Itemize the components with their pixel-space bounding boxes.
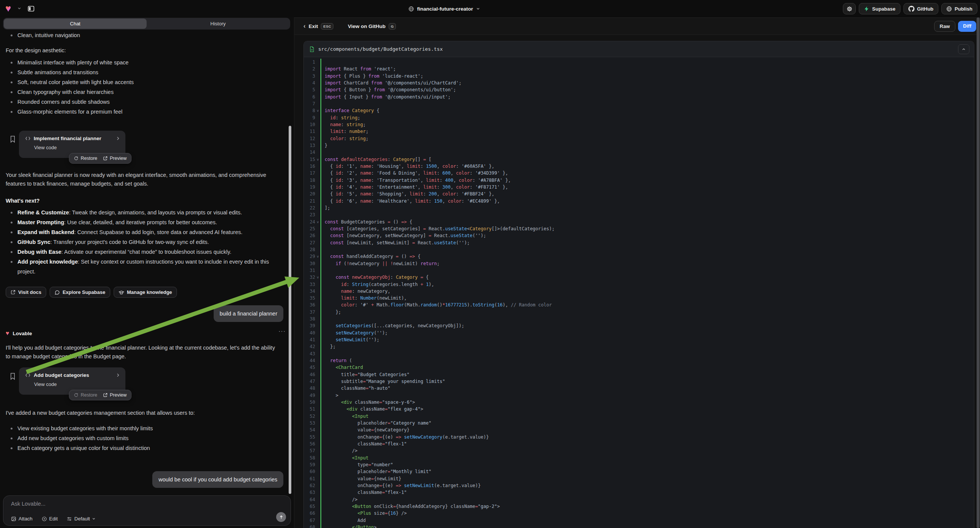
view-on-github-button[interactable]: View on GitHub G [348, 23, 396, 30]
sliders-icon [67, 516, 72, 522]
list-item: Clean, intuitive navigation [6, 30, 280, 40]
code-line: 30 if (!newCategory || !newLimit) return… [304, 260, 974, 267]
manage-knowledge-button[interactable]: Manage knowledge [114, 287, 177, 298]
code-line: 41 setNewLimit(''); [304, 336, 974, 343]
page-scrollbar[interactable] [977, 17, 980, 528]
user-message: would be cool if you could add budget ca… [152, 471, 283, 488]
circle-dot-icon [42, 516, 47, 522]
model-selector[interactable]: Default [67, 516, 95, 522]
code-line: 45 <ChartCard [304, 364, 974, 371]
restore-button[interactable]: Restore [74, 393, 97, 398]
version-card-title: Add budget categories [34, 372, 89, 378]
user-message: build a financial planner [214, 305, 283, 322]
list-item: Soft, neutral color palette with light b… [6, 77, 280, 87]
esc-key-badge: ESC [321, 23, 333, 30]
chat-composer[interactable]: Ask Lovable... Attach Edit Default [3, 495, 291, 526]
restore-icon [74, 393, 78, 397]
view-code-link[interactable]: View code [34, 145, 120, 150]
edit-mode-button[interactable]: Edit [42, 516, 57, 522]
code-line: 47 subtitle="Manage your spending limits… [304, 378, 974, 385]
publish-globe-icon [946, 6, 952, 12]
code-line: 16 { id: '1', name: 'Housing', limit: 15… [304, 163, 974, 170]
code-brackets-icon [25, 373, 31, 378]
list-item: Subtle animations and transitions [6, 67, 280, 77]
graduation-cap-icon [119, 290, 124, 295]
code-line: 6import { Input } from '@/components/ui/… [304, 94, 974, 100]
list-item: GitHub Sync: Transfer your project's cod… [6, 237, 280, 247]
restore-button[interactable]: Restore [74, 156, 97, 161]
explore-supabase-button[interactable]: Explore Supabase [49, 287, 110, 298]
view-code-link[interactable]: View code [34, 382, 120, 387]
project-name: financial-future-creator [417, 6, 473, 12]
github-icon [908, 6, 915, 12]
lovable-heart-icon: ♥ [6, 330, 10, 336]
code-line: 8vinterface Category { [304, 107, 974, 114]
supabase-button[interactable]: Supabase [859, 3, 900, 14]
send-button[interactable] [276, 512, 286, 522]
chevron-down-icon [92, 517, 95, 520]
assistant-paragraph: I've added a new budget categories manag… [6, 409, 280, 417]
assistant-header: ♥ Lovable [6, 330, 32, 336]
list-item: Debug with Ease: Activate our experiment… [6, 247, 280, 257]
code-line: 4import ChartCard from '@/components/ui/… [304, 80, 974, 86]
chat-panel: Chat History Clean, intuitive navigation… [0, 0, 294, 528]
project-selector[interactable]: financial-future-creator [408, 0, 480, 17]
code-line: 33 id: String(categories.length + 1), [304, 281, 974, 288]
code-line: 55 onChange={(e) => setNewCategory(e.tar… [304, 434, 974, 441]
code-line: 60 placeholder="Monthly limit" [304, 468, 974, 475]
code-line: 54 value={newCategory} [304, 426, 974, 433]
attach-button[interactable]: Attach [11, 516, 33, 522]
file-bar[interactable]: src/components/budget/BudgetCategories.t… [304, 41, 974, 57]
image-icon [11, 516, 16, 522]
exit-button[interactable]: ‹ Exit ESC [304, 23, 333, 30]
supabase-icon [864, 6, 869, 12]
visit-docs-button[interactable]: Visit docs [6, 287, 46, 298]
toggle-sidebar-button[interactable] [25, 3, 37, 15]
file-path: src/components/budget/BudgetCategories.t… [318, 46, 443, 52]
code-line: 44 return ( [304, 357, 974, 364]
code-line: 64 /> [304, 496, 974, 503]
list-item: Minimalist interface with plenty of whit… [6, 57, 280, 67]
top-bar: ♥ financial-future-creator Supabase GitH… [0, 0, 980, 17]
settings-button[interactable] [843, 3, 856, 14]
code-line: 1 [304, 59, 974, 65]
code-line: 35 limit: Number(newLimit), [304, 295, 974, 302]
code-line: 52 <Input [304, 413, 974, 420]
raw-toggle-button[interactable]: Raw [934, 21, 956, 32]
publish-button[interactable]: Publish [941, 3, 977, 14]
list-item: Master Prompting: Use clear, detailed, a… [6, 218, 280, 227]
bookmark-icon[interactable] [10, 373, 16, 380]
code-line: 66 <Plus size={16} /> [304, 510, 974, 517]
assistant-paragraph: I'll help you add budget categories to t… [6, 344, 280, 361]
design-bullet-list: Minimalist interface with plenty of whit… [6, 57, 280, 117]
list-item: Expand with Backend: Connect Supabase to… [6, 227, 280, 237]
lovable-logo-icon[interactable]: ♥ [5, 3, 11, 14]
chevron-down-icon [476, 7, 480, 11]
code-line: 20 { id: '5', name: 'Shopping', limit: 2… [304, 191, 974, 197]
code-header: ‹ Exit ESC View on GitHub G Raw Diff [294, 17, 980, 35]
preview-button[interactable]: Preview [103, 156, 127, 161]
code-line: 32v const newCategoryObj: Category = { [304, 274, 974, 281]
added-bullet-list: View existing budget categories with the… [6, 423, 280, 453]
code-line: 25 const [categories, setCategories] = R… [304, 225, 974, 232]
preview-button[interactable]: Preview [103, 393, 127, 398]
code-line: 40 setNewCategory(''); [304, 329, 974, 336]
bookmark-icon[interactable] [10, 135, 16, 143]
code-line: 31 [304, 267, 974, 274]
collapse-file-button[interactable] [958, 44, 969, 54]
code-editor[interactable]: 1 2import React from 'react';3import { P… [304, 57, 974, 528]
code-line: 12 color: string; [304, 135, 974, 142]
diff-toggle-button[interactable]: Diff [958, 21, 976, 32]
message-more-menu[interactable]: ··· [278, 328, 286, 335]
chat-scrollbar[interactable] [289, 126, 291, 494]
list-item: Glass-morphic elements for a premium fee… [6, 107, 280, 117]
tab-history[interactable]: History [146, 19, 290, 29]
whats-next-heading: What's next? [6, 197, 280, 205]
file-plus-icon [309, 46, 315, 52]
github-button[interactable]: GitHub [904, 3, 938, 14]
logo-menu-chevron-icon[interactable] [18, 6, 21, 10]
code-line: 2import React from 'react'; [304, 65, 974, 72]
tab-chat[interactable]: Chat [4, 19, 146, 29]
composer-placeholder[interactable]: Ask Lovable... [11, 501, 285, 507]
code-line: 39 setCategories([...categories, newCate… [304, 322, 974, 329]
